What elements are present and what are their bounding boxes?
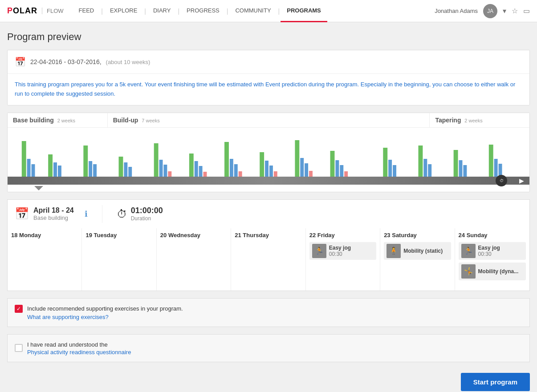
info-icon[interactable]: ℹ: [85, 209, 88, 219]
timeline-scrubber[interactable]: ⏱: [496, 175, 507, 186]
chevron-down-icon[interactable]: ▾: [503, 7, 506, 15]
supporting-checkbox[interactable]: ✓: [15, 305, 23, 313]
svg-rect-9: [119, 157, 123, 177]
questionnaire-text-block: I have read and understood the Physical …: [27, 341, 131, 356]
svg-rect-29: [300, 158, 304, 177]
phase-base-weeks: 2 weeks: [57, 118, 75, 123]
svg-rect-22: [234, 164, 238, 177]
nav-links: FEED | EXPLORE | DIARY | PROGRESS | COMM…: [73, 0, 435, 22]
nav-community[interactable]: COMMUNITY: [229, 0, 277, 22]
footer-actions: Start program: [7, 369, 530, 392]
friday-activity-1-info: Easy jog 00:30: [329, 245, 351, 257]
chart-section: Base building 2 weeks Build-up 7 weeks T…: [7, 113, 530, 192]
svg-rect-4: [53, 162, 57, 177]
svg-rect-5: [58, 166, 61, 177]
saturday-activity-1-icon: 🧍: [386, 244, 401, 258]
nav-sep-3: |: [178, 8, 179, 15]
sunday-activity-2[interactable]: 🤸 Mobility (dyna...: [459, 263, 526, 280]
date-approx: (about 10 weeks): [106, 59, 151, 65]
svg-rect-21: [230, 159, 233, 177]
svg-rect-32: [330, 151, 335, 177]
nav-progress[interactable]: PROGRESS: [180, 0, 226, 22]
sunday-activity-1-icon: 🏃: [461, 244, 476, 258]
svg-rect-41: [428, 164, 431, 177]
calendar-icon: 📅: [15, 57, 26, 67]
svg-rect-42: [454, 150, 458, 177]
start-program-button[interactable]: Start program: [461, 373, 530, 391]
calendar-grid: 18 Monday 19 Tuesday 20 Wednesday 21 Thu…: [7, 228, 530, 291]
navbar: POLAR FLOW FEED | EXPLORE | DIARY | PROG…: [0, 0, 537, 22]
day-thursday-header: 21 Thursday: [235, 232, 301, 238]
date-range-text: 22-04-2016 - 03-07-2016,: [30, 58, 102, 65]
supporting-link[interactable]: What are supporting exercises?: [27, 314, 522, 320]
svg-rect-36: [383, 148, 387, 177]
phase-tapering-weeks: 2 weeks: [464, 118, 482, 123]
svg-rect-1: [27, 159, 31, 177]
sunday-activity-1-name: Easy jog: [478, 245, 500, 251]
svg-rect-19: [203, 172, 207, 177]
chart-bars: [13, 132, 524, 177]
week-separator: [102, 205, 102, 223]
questionnaire-link[interactable]: Physical activity readiness questionnair…: [27, 349, 131, 356]
saturday-activity-1[interactable]: 🧍 Mobility (static): [384, 242, 451, 260]
questionnaire-checkbox[interactable]: [15, 344, 23, 352]
sunday-activity-1-time: 00:30: [478, 251, 500, 257]
sunday-activity-2-icon: 🤸: [461, 264, 476, 279]
phase-buildup-name: Build-up: [113, 117, 138, 124]
brand: POLAR FLOW: [7, 6, 64, 16]
svg-rect-37: [388, 160, 392, 177]
svg-rect-6: [83, 145, 88, 177]
saturday-activity-1-info: Mobility (static): [403, 248, 443, 254]
svg-rect-34: [340, 165, 343, 177]
calendar-day-monday: 18 Monday: [8, 228, 82, 291]
calendar-day-thursday: 21 Thursday: [231, 228, 305, 291]
phase-tapering-name: Tapering: [435, 117, 461, 124]
page-container: Program preview 📅 22-04-2016 - 03-07-201…: [0, 22, 537, 392]
svg-rect-25: [265, 161, 268, 177]
nav-sep-1: |: [101, 8, 103, 15]
week-calendar-icon: 📅: [15, 207, 29, 221]
nav-explore[interactable]: EXPLORE: [104, 0, 143, 22]
svg-rect-16: [189, 154, 194, 177]
duration-time: 01:00:00: [131, 206, 163, 215]
sunday-activity-2-name: Mobility (dyna...: [478, 268, 519, 275]
phase-base: Base building 2 weeks: [8, 113, 108, 127]
page-title: Program preview: [7, 31, 530, 43]
svg-rect-44: [463, 165, 467, 177]
week-header: 📅 April 18 - 24 Base building ℹ ⏱ 01:00:…: [7, 199, 530, 228]
svg-rect-15: [168, 171, 171, 177]
day-sunday-header: 24 Sunday: [459, 232, 526, 238]
chat-icon[interactable]: ▭: [523, 7, 530, 15]
day-monday-header: 18 Monday: [11, 232, 78, 238]
sunday-activity-1[interactable]: 🏃 Easy jog 00:30: [459, 242, 526, 260]
phase-buildup: Build-up 7 weeks: [108, 113, 430, 127]
svg-rect-14: [163, 165, 167, 177]
nav-diary[interactable]: DIARY: [147, 0, 177, 22]
calendar-day-wednesday: 20 Wednesday: [157, 228, 231, 291]
stopwatch-icon: ⏱: [117, 208, 127, 220]
questionnaire-section: I have read and understood the Physical …: [7, 334, 530, 362]
nav-feed[interactable]: FEED: [73, 0, 101, 22]
friday-activity-1[interactable]: 🏃 Easy jog 00:30: [309, 242, 376, 260]
svg-rect-40: [423, 159, 427, 177]
date-range-section: 📅 22-04-2016 - 03-07-2016, (about 10 wee…: [8, 50, 529, 73]
star-icon[interactable]: ☆: [512, 7, 518, 15]
nav-right: Jonathan Adams JA ▾ ☆ ▭: [435, 4, 530, 18]
svg-rect-39: [418, 145, 423, 177]
svg-rect-17: [195, 161, 198, 177]
polar-logo: POLAR: [7, 6, 37, 16]
calendar-day-friday: 22 Friday 🏃 Easy jog 00:30: [306, 228, 380, 291]
svg-rect-2: [32, 164, 35, 177]
phase-tapering: Tapering 2 weeks: [430, 113, 529, 127]
svg-rect-30: [305, 163, 308, 177]
friday-activity-1-time: 00:30: [329, 251, 351, 257]
nav-programs[interactable]: PROGRAMS: [281, 0, 327, 22]
svg-rect-20: [224, 142, 229, 177]
avatar[interactable]: JA: [483, 4, 497, 18]
supporting-exercises-section: ✓ Include recommended supporting exercis…: [7, 298, 530, 327]
sunday-activity-1-info: Easy jog 00:30: [478, 245, 500, 257]
supporting-label: Include recommended supporting exercises…: [27, 305, 183, 312]
svg-rect-11: [128, 167, 132, 177]
week-duration: ⏱ 01:00:00 Duration: [117, 206, 163, 222]
chart-next-icon[interactable]: ▶: [519, 177, 524, 184]
